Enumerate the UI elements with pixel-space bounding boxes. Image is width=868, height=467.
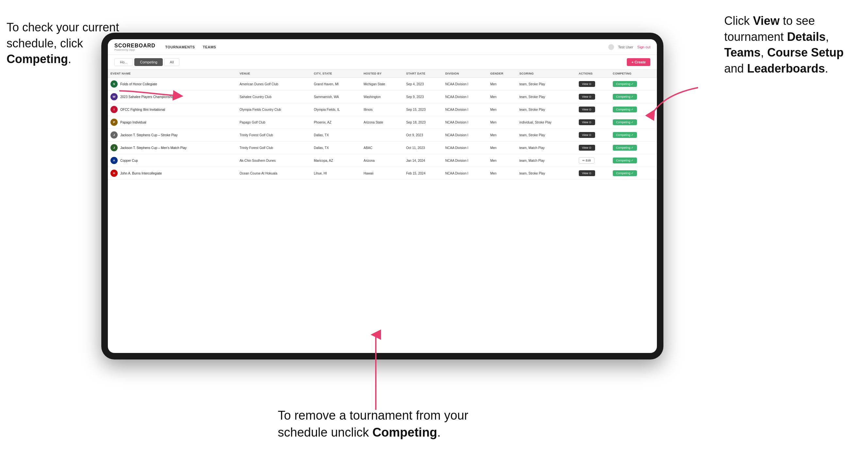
nav-sign-out[interactable]: Sign out <box>637 45 650 49</box>
cell-start-date: Oct 11, 2023 <box>404 142 443 154</box>
nav-user: Test User <box>618 45 633 49</box>
cell-scoring: team, Stroke Play <box>517 103 576 116</box>
cell-hosted-by: Washington <box>361 91 403 103</box>
user-icon <box>608 44 614 50</box>
event-name-text: Jackson T. Stephens Cup – Men's Match Pl… <box>120 146 187 150</box>
cell-venue: Ocean Course At Hokuala <box>237 167 311 180</box>
cell-city: Olympia Fields, IL <box>311 103 361 116</box>
table-body: S Folds of Honor Collegiate American Dun… <box>108 78 657 180</box>
cell-division: NCAA Division I <box>443 91 488 103</box>
cell-actions: View ⊙ <box>576 91 610 103</box>
annotation-top-right-leaderboards: Leaderboards <box>747 62 825 75</box>
cell-competing: Competing ✓ <box>610 103 657 116</box>
cell-venue: American Dunes Golf Club <box>237 78 311 91</box>
nav-tournaments[interactable]: TOURNAMENTS <box>165 44 195 50</box>
view-button[interactable]: View ⊙ <box>579 94 595 100</box>
team-logo: P <box>111 119 118 126</box>
cell-competing: Competing ✓ <box>610 167 657 180</box>
create-button[interactable]: + Create <box>627 58 650 66</box>
team-logo: S <box>111 81 118 88</box>
cell-division: NCAA Division I <box>443 103 488 116</box>
tab-competing[interactable]: Competing <box>134 58 163 66</box>
cell-city: Maricopa, AZ <box>311 154 361 167</box>
cell-scoring: team, Match Play <box>517 154 576 167</box>
col-event-name: EVENT NAME <box>108 70 237 78</box>
logo-sub: Powered by clippi <box>114 49 156 51</box>
annotation-bottom: To remove a tournament from your schedul… <box>278 407 506 441</box>
tab-all[interactable]: All <box>164 58 179 66</box>
team-logo: J <box>111 144 118 151</box>
cell-actions: View ⊙ <box>576 129 610 142</box>
cell-start-date: Feb 15, 2024 <box>404 167 443 180</box>
table-header-row: EVENT NAME VENUE CITY, STATE HOSTED BY S… <box>108 70 657 78</box>
cell-city: Lihue, HI <box>311 167 361 180</box>
competing-button[interactable]: Competing ✓ <box>613 145 637 151</box>
col-competing: COMPETING <box>610 70 657 78</box>
view-button[interactable]: View ⊙ <box>579 145 595 151</box>
event-name-text: Folds of Honor Collegiate <box>120 82 157 86</box>
edit-button[interactable]: ✏ Edit <box>579 157 594 164</box>
cell-actions: ✏ Edit <box>576 154 610 167</box>
table-row: S Folds of Honor Collegiate American Dun… <box>108 78 657 91</box>
team-logo: W <box>111 93 118 100</box>
annotation-top-left-bold: Competing <box>6 52 68 66</box>
tablet-screen: SCOREBOARD Powered by clippi TOURNAMENTS… <box>108 39 657 353</box>
cell-event-name: I OFCC Fighting Illini Invitational <box>108 103 237 116</box>
cell-gender: Men <box>488 154 517 167</box>
cell-city: Dallas, TX <box>311 142 361 154</box>
team-logo: H <box>111 169 118 177</box>
cell-venue: Olympia Fields Country Club <box>237 103 311 116</box>
cell-venue: Ak-Chin Southern Dunes <box>237 154 311 167</box>
competing-button[interactable]: Competing ✓ <box>613 157 637 163</box>
tournaments-table: EVENT NAME VENUE CITY, STATE HOSTED BY S… <box>108 70 657 180</box>
event-name-text: Papago Individual <box>120 121 147 124</box>
cell-gender: Men <box>488 103 517 116</box>
view-button[interactable]: View ⊙ <box>579 106 595 113</box>
view-button[interactable]: View ⊙ <box>579 119 595 125</box>
cell-event-name: W 2023 Sahalee Players Championship <box>108 91 237 103</box>
annotation-bottom-bold: Competing <box>372 426 437 439</box>
cell-city: Sammamish, WA <box>311 91 361 103</box>
event-name-text: 2023 Sahalee Players Championship <box>120 95 174 99</box>
cell-scoring: team, Stroke Play <box>517 167 576 180</box>
competing-button[interactable]: Competing ✓ <box>613 94 637 100</box>
cell-gender: Men <box>488 167 517 180</box>
cell-hosted-by: Arizona <box>361 154 403 167</box>
table-row: J Jackson T. Stephens Cup – Stroke Play … <box>108 129 657 142</box>
cell-hosted-by: Hawaii <box>361 167 403 180</box>
cell-event-name: H John A. Burns Intercollegiate <box>108 167 237 180</box>
view-button[interactable]: View ⊙ <box>579 132 595 138</box>
competing-button[interactable]: Competing ✓ <box>613 106 637 113</box>
col-start-date: START DATE <box>404 70 443 78</box>
competing-button[interactable]: Competing ✓ <box>613 119 637 125</box>
cell-division: NCAA Division I <box>443 142 488 154</box>
competing-button[interactable]: Competing ✓ <box>613 81 637 87</box>
cell-start-date: Sep 15, 2023 <box>404 103 443 116</box>
cell-gender: Men <box>488 78 517 91</box>
competing-button[interactable]: Competing ✓ <box>613 132 637 138</box>
cell-gender: Men <box>488 129 517 142</box>
col-division: DIVISION <box>443 70 488 78</box>
nav-teams[interactable]: TEAMS <box>203 44 216 50</box>
cell-scoring: team, Match Play <box>517 142 576 154</box>
event-name-text: Jackson T. Stephens Cup – Stroke Play <box>120 133 178 137</box>
cell-actions: View ⊙ <box>576 116 610 129</box>
competing-button[interactable]: Competing ✓ <box>613 170 637 176</box>
table-row: A Copper Cup Ak-Chin Southern DunesMaric… <box>108 154 657 167</box>
tab-home[interactable]: Ho... <box>114 58 133 66</box>
view-button[interactable]: View ⊙ <box>579 170 595 176</box>
cell-competing: Competing ✓ <box>610 91 657 103</box>
team-logo: I <box>111 106 118 113</box>
col-actions: ACTIONS <box>576 70 610 78</box>
annotation-top-right-course: Course Setup <box>767 46 843 59</box>
logo-area: SCOREBOARD Powered by clippi <box>114 43 156 51</box>
view-button[interactable]: View ⊙ <box>579 81 595 87</box>
annotation-top-left-period: . <box>68 52 71 66</box>
cell-division: NCAA Division I <box>443 129 488 142</box>
cell-competing: Competing ✓ <box>610 142 657 154</box>
cell-venue: Papago Golf Club <box>237 116 311 129</box>
cell-division: NCAA Division I <box>443 167 488 180</box>
cell-competing: Competing ✓ <box>610 116 657 129</box>
cell-gender: Men <box>488 91 517 103</box>
col-scoring: SCORING <box>517 70 576 78</box>
